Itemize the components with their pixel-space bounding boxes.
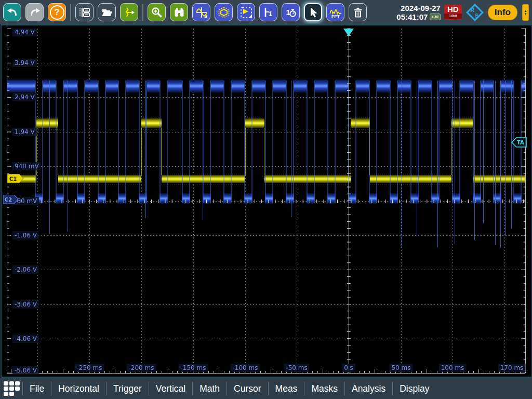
forward-button[interactable] xyxy=(25,3,44,21)
mask-polygon-icon xyxy=(218,6,230,19)
rs-logo: R S xyxy=(466,3,484,22)
timer-measurement-button[interactable]: 1 xyxy=(282,3,300,21)
toolbar-separator xyxy=(70,4,71,21)
waveform-settings-button[interactable] xyxy=(192,3,210,21)
waveform-display[interactable] xyxy=(0,24,532,377)
status-area: 2024-09-27 05:41:07 LXI HD 16bit R S Inf… xyxy=(396,3,529,22)
svg-text:R: R xyxy=(470,6,474,12)
time-text: 05:41:07 xyxy=(396,12,428,21)
mask-test-button[interactable] xyxy=(215,3,233,21)
svg-text:1: 1 xyxy=(286,8,290,17)
menu-meas[interactable]: Meas xyxy=(269,383,304,394)
question-mark-icon: ? xyxy=(50,5,64,20)
file-open-button[interactable] xyxy=(98,3,116,21)
datetime: 2024-09-27 05:41:07 LXI xyxy=(396,4,441,21)
svg-text:C2: C2 xyxy=(5,197,12,203)
one-stopwatch-icon: 1 xyxy=(285,6,297,19)
v-axis-label: -3.06 V xyxy=(12,300,39,309)
trigger-level-marker[interactable]: TA xyxy=(511,137,527,148)
help-button[interactable]: ? xyxy=(48,3,66,21)
menu-vertical[interactable]: Vertical xyxy=(149,383,192,394)
svg-text:S: S xyxy=(475,12,478,18)
menu-masks[interactable]: Masks xyxy=(304,383,344,394)
menu-math[interactable]: Math xyxy=(193,383,227,394)
t-axis-label: 0 s xyxy=(342,364,355,372)
back-arrow-icon xyxy=(6,6,19,19)
pointer-select-button[interactable] xyxy=(304,3,322,21)
scroll-down-icon: ▼ xyxy=(524,12,527,16)
toolbar-separator xyxy=(142,4,143,21)
zone-flag-icon xyxy=(240,6,252,19)
menu-display[interactable]: Display xyxy=(393,383,436,394)
sine-axes-icon xyxy=(195,6,208,19)
svg-text:1: 1 xyxy=(269,10,272,18)
trash-icon xyxy=(352,6,364,19)
measurement-button[interactable]: 1 xyxy=(259,3,277,21)
back-button[interactable] xyxy=(3,3,21,21)
t-axis-label: 170 ms xyxy=(498,364,526,372)
oscilloscope-screen: ? xyxy=(0,0,532,399)
fft-button[interactable]: FFT xyxy=(326,3,344,21)
fft-spectrum-icon: FFT xyxy=(329,6,342,19)
menu-trigger[interactable]: Trigger xyxy=(107,383,149,394)
menu-cursor[interactable]: Cursor xyxy=(227,383,268,394)
signal-annotation-button[interactable] xyxy=(120,3,138,21)
menu-analysis[interactable]: Analysis xyxy=(345,383,392,394)
v-axis-label: 1.94 V xyxy=(12,128,37,136)
date-text: 2024-09-27 xyxy=(396,4,441,12)
svg-text:FFT: FFT xyxy=(331,14,340,19)
info-scroll-buttons[interactable]: ▲ ▼ xyxy=(522,4,529,21)
svg-text:C1: C1 xyxy=(9,176,17,182)
svg-text:TA: TA xyxy=(517,140,524,145)
channel1-marker[interactable]: C1 xyxy=(7,174,24,183)
zoom-button[interactable] xyxy=(148,3,166,21)
v-axis-label: 2.94 V xyxy=(12,93,37,101)
waveform-probe-icon xyxy=(123,6,136,19)
v-axis-label: -4.06 V xyxy=(12,335,39,343)
apps-menu-button[interactable] xyxy=(3,381,20,396)
channel2-marker[interactable]: C2 xyxy=(3,195,19,204)
v-axis-label: -5.06 V xyxy=(12,366,39,375)
caliper-one-icon: 1 xyxy=(262,6,275,19)
dialog-list-icon xyxy=(78,6,91,19)
binoculars-icon xyxy=(173,6,185,19)
display-dialog-button[interactable] xyxy=(75,3,94,21)
info-button[interactable]: Info xyxy=(488,5,517,20)
t-axis-label: 50 ms xyxy=(389,364,413,372)
t-axis-label: -50 ms xyxy=(284,364,309,372)
menu-horizontal[interactable]: Horizontal xyxy=(51,383,106,394)
t-axis-label: 100 ms xyxy=(439,364,467,372)
lxi-badge: LXI xyxy=(430,14,440,20)
search-button[interactable] xyxy=(170,3,188,21)
trigger-position-marker[interactable] xyxy=(343,29,354,36)
folder-icon xyxy=(101,6,113,19)
t-axis-label: -150 ms xyxy=(179,364,208,372)
v-axis-label: 3.94 V xyxy=(12,59,37,67)
menubar: File Horizontal Trigger Vertical Math Cu… xyxy=(0,378,532,399)
delete-button[interactable] xyxy=(349,3,367,21)
toolbar: ? xyxy=(0,0,532,24)
scope-display: 4.94 V3.94 V2.94 V1.94 V940 mV-60 mV-1.0… xyxy=(0,24,532,377)
v-axis-label: -1.06 V xyxy=(12,231,39,240)
magnifier-plus-icon xyxy=(151,6,163,19)
cursor-arrow-icon xyxy=(307,6,320,19)
zone-trigger-button[interactable] xyxy=(237,3,255,21)
t-axis-label: -100 ms xyxy=(231,364,260,372)
t-axis-label: -200 ms xyxy=(127,364,156,372)
menu-file[interactable]: File xyxy=(23,383,51,394)
forward-arrow-icon xyxy=(29,6,41,19)
hd-badge: HD 16bit xyxy=(444,5,462,20)
v-axis-label: -2.06 V xyxy=(12,265,39,274)
t-axis-label: -250 ms xyxy=(75,364,104,372)
v-axis-label: 4.94 V xyxy=(12,28,37,36)
v-axis-label: 940 mV xyxy=(12,162,41,170)
